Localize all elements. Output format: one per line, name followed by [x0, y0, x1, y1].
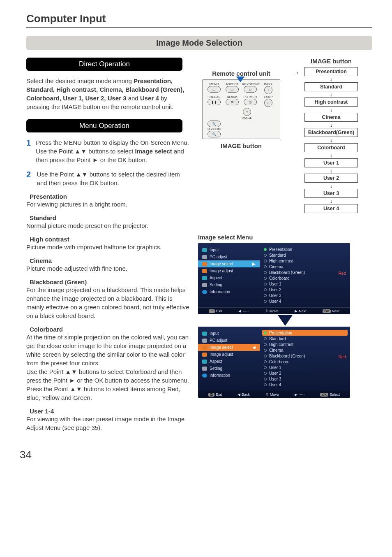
remote-freeze-button: ❚❚: [208, 99, 221, 105]
down-arrow-icon: ↓: [330, 122, 333, 128]
osd-option: User 4: [262, 382, 348, 388]
osd-left-item: Image adjust: [198, 267, 260, 274]
osd-red-label: Red: [339, 355, 346, 359]
flow-item: User 4: [304, 204, 358, 213]
step-1: 1 Press the MENU button to display the O…: [26, 138, 191, 164]
aspect-icon: [202, 360, 207, 364]
image-mode-flow: → Presentation ↓ Standard ↓ High contras…: [290, 67, 372, 213]
radio-off-icon: [264, 283, 267, 285]
radio-off-icon: [264, 349, 267, 352]
down-arrow-icon: ↓: [330, 137, 333, 143]
chevron-left-icon: ◀: [252, 345, 256, 350]
setting-icon: [202, 367, 207, 371]
osd-option: Cinema: [262, 347, 348, 353]
osd-option: High contrast: [262, 341, 348, 347]
input-icon: [202, 332, 207, 336]
step-number: 1: [26, 138, 31, 164]
big-down-arrow-icon: [278, 315, 293, 326]
osd-option: High contrast: [262, 258, 348, 264]
chapter-title: Computer Input: [26, 12, 372, 28]
osd-red-label: Red: [339, 271, 346, 276]
radio-off-icon: [264, 383, 267, 386]
osd-left-item: Information: [198, 288, 260, 295]
radio-off-icon: [264, 265, 267, 268]
osd-option: Cinema: [262, 264, 348, 269]
mode-user: User 1-4 For viewing with the user prese…: [26, 408, 191, 432]
input-icon: [202, 248, 207, 252]
radio-off-icon: [264, 360, 267, 363]
remote-dzoom-minus-button: 🔍: [208, 131, 221, 137]
direct-operation-heading: Direct Operation: [26, 58, 182, 71]
flow-item: High contrast: [304, 97, 358, 107]
remote-image-button: ✦: [243, 108, 251, 116]
flow-item: Cinema: [304, 113, 358, 122]
remote-keystone-button: ▱: [244, 86, 257, 93]
ok-key-icon: OK: [323, 309, 331, 313]
remote-ptimer-button: ◎: [244, 99, 257, 105]
mode-high-contrast: High contrast Picture mode with improved…: [26, 236, 191, 251]
mode-standard: Standard Normal picture mode preset on t…: [26, 214, 191, 230]
radio-off-icon: [264, 277, 267, 280]
page-number: 34: [20, 448, 372, 461]
image-button-caption: IMAGE button: [198, 142, 284, 149]
ok-key-icon: OK: [320, 393, 328, 397]
radio-off-icon: [264, 337, 267, 340]
flow-item: Standard: [304, 82, 358, 91]
osd-left-item: Information: [198, 372, 260, 379]
radio-on-icon: [264, 248, 267, 251]
radio-off-icon: [264, 378, 267, 381]
radio-off-icon: [264, 366, 267, 369]
osd-menu-2: Input PC adjust Image select◀ Image adju…: [198, 327, 350, 398]
menu-key-icon: ☰: [208, 393, 214, 397]
osd-help-bar: ☰Exit ◀Back ⇕Move ▶----- OKSelect: [198, 391, 350, 398]
info-icon: [202, 374, 207, 378]
osd-option: Blackboard (Green): [262, 269, 348, 275]
mode-presentation: Presentation For viewing pictures in a b…: [26, 193, 191, 209]
osd-option: Colorboard: [262, 275, 348, 281]
chevron-right-icon: ▶: [252, 262, 256, 266]
menu-key-icon: ☰: [209, 309, 215, 313]
osd-left-item: Image adjust: [198, 351, 260, 358]
remote-lamp-button: ☼: [264, 99, 272, 107]
remote-info-button: i: [264, 86, 272, 94]
osd-option: User 2: [262, 287, 348, 292]
flow-item: User 3: [304, 189, 358, 198]
down-arrow-icon: ↓: [330, 168, 333, 173]
flow-item: User 2: [304, 174, 358, 183]
image-select-menu-title: Image select Menu: [198, 234, 372, 241]
osd-left-item: Setting: [198, 281, 260, 288]
pc-adjust-icon: [202, 255, 207, 259]
step-text: Use the Point ▲▼ buttons to select the d…: [37, 170, 191, 187]
osd-option: User 4: [262, 298, 348, 304]
osd-option: User 3: [262, 292, 348, 298]
setting-icon: [202, 283, 207, 287]
flow-item: Presentation: [304, 67, 358, 76]
remote-dzoom-plus-button: 🔍: [208, 121, 221, 127]
flow-item: Blackboard(Green): [304, 128, 358, 137]
flow-item: User 1: [304, 158, 358, 167]
osd-option: User 3: [262, 376, 348, 382]
osd-option: Standard: [262, 336, 348, 341]
osd-menu-1: Input PC adjust Image select▶ Image adju…: [198, 243, 350, 314]
down-arrow-icon: ↓: [330, 153, 333, 158]
osd-left-item-selected: Image select◀: [198, 344, 260, 351]
down-arrow-icon: ↓: [330, 183, 333, 188]
osd-left-item: Setting: [198, 365, 260, 372]
radio-off-icon: [264, 271, 267, 274]
osd-option: User 2: [262, 370, 348, 376]
step-2: 2 Use the Point ▲▼ buttons to select the…: [26, 170, 191, 187]
direct-operation-text: Select the desired image mode among Pres…: [26, 77, 191, 111]
radio-off-icon: [264, 355, 267, 357]
radio-off-icon: [264, 260, 267, 262]
remote-control-diagram: MENU▭ ASPECT▭ KEYSTONE▱ INFO.i FREEZE❚❚ …: [202, 79, 280, 139]
image-select-icon: [202, 346, 207, 350]
info-icon: [202, 290, 207, 294]
section-heading: Image Mode Selection: [26, 36, 372, 50]
remote-pointer-arrow-icon: [236, 77, 244, 82]
radio-off-icon: [264, 288, 267, 291]
radio-off-icon: [264, 300, 267, 303]
osd-option-highlighted: Presentation: [262, 330, 348, 336]
down-arrow-icon: ↓: [330, 92, 333, 97]
radio-on-icon: [264, 332, 267, 334]
osd-left-item: Input: [198, 330, 260, 337]
